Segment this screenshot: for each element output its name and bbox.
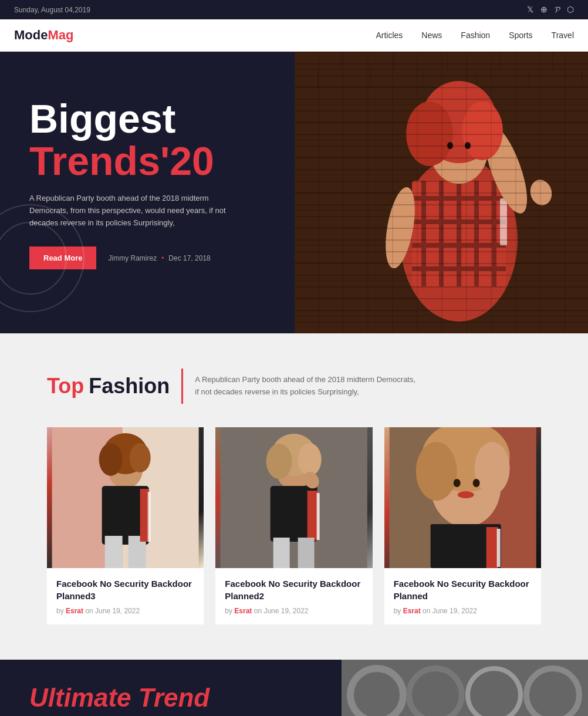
svg-rect-70 (273, 538, 290, 568)
svg-point-44 (462, 102, 503, 160)
card-date-1: June 19, 2022 (95, 607, 140, 615)
svg-rect-56 (105, 536, 123, 568)
hero-section: Biggest Trends'20 A Republican Party boo… (0, 52, 588, 333)
svg-point-27 (400, 157, 518, 322)
nav-fashion[interactable]: Fashion (461, 31, 490, 40)
card-meta-1: by Esrat on June 19, 2022 (56, 607, 194, 615)
card-author-1: Esrat (66, 607, 83, 615)
svg-rect-68 (317, 493, 320, 540)
svg-point-65 (298, 443, 322, 476)
nav-news[interactable]: News (421, 31, 442, 40)
twitter-icon[interactable]: 𝕏 (527, 5, 533, 15)
logo-part1: Mode (14, 28, 48, 42)
card-image-3 (384, 427, 541, 568)
card-meta-2: by Esrat on June 19, 2022 (225, 607, 363, 615)
section-header: Top Fashion A Republican Party booth ahe… (47, 369, 541, 404)
svg-point-41 (430, 113, 488, 184)
nav-articles[interactable]: Articles (376, 31, 403, 40)
card-date-2: June 19, 2022 (263, 607, 308, 615)
card-body-1: Facebook No Security Backdoor Planned3 b… (47, 568, 204, 624)
bottom-title-accent: Ultimate Trend (29, 683, 312, 712)
svg-point-40 (380, 185, 420, 271)
svg-point-64 (266, 444, 292, 479)
svg-rect-38 (500, 198, 507, 245)
top-bar: Sunday, August 04,2019 𝕏 ⊕ 𝓟 ⬡ (0, 0, 588, 19)
bottom-image (342, 660, 588, 716)
hero-author: Jimmy Ramirez • Dec 17, 2018 (108, 254, 210, 262)
svg-point-43 (406, 102, 453, 166)
globe-icon[interactable]: ⊕ (540, 5, 548, 15)
card-author-3: Esrat (403, 607, 421, 615)
svg-rect-58 (140, 489, 149, 542)
svg-point-79 (453, 479, 460, 487)
svg-rect-71 (298, 538, 315, 568)
logo[interactable]: ModeMag (14, 28, 73, 43)
card-by-label-3: by (394, 607, 403, 615)
card-body-3: Facebook No Security Backdoor Planned by… (384, 568, 541, 624)
hero-date: Dec 17, 2018 (168, 254, 210, 262)
hero-woman-image (295, 52, 588, 333)
svg-point-78 (474, 442, 509, 495)
header: ModeMag Articles News Fashion Sports Tra… (0, 19, 588, 52)
card-image-1 (47, 427, 204, 568)
date-label: Sunday, August 04,2019 (14, 6, 90, 14)
card-bg-1 (47, 427, 204, 568)
svg-rect-59 (148, 492, 151, 542)
fashion-cards-grid: Facebook No Security Backdoor Planned3 b… (47, 427, 541, 624)
main-nav: Articles News Fashion Sports Travel (376, 31, 574, 40)
hero-image (295, 52, 588, 333)
svg-point-77 (415, 442, 457, 501)
svg-point-53 (99, 443, 123, 476)
nav-travel[interactable]: Travel (552, 31, 574, 40)
hero-title-line1: Biggest (29, 99, 265, 139)
fashion-card-3: Facebook No Security Backdoor Planned by… (384, 427, 541, 624)
svg-point-81 (457, 491, 474, 498)
card-by-label: by (56, 607, 66, 615)
card-title-2: Facebook No Security Backdoor Planned2 (225, 577, 363, 602)
dot-separator: • (161, 254, 164, 262)
card-on-label: on (85, 607, 95, 615)
card-image-2 (215, 427, 372, 568)
card-on-label-2: on (254, 607, 264, 615)
section-description: A Republican Party booth ahead of the 20… (195, 374, 418, 398)
card-by-label-2: by (225, 607, 234, 615)
svg-rect-28 (412, 181, 506, 286)
fashion-card-1: Facebook No Security Backdoor Planned3 b… (47, 427, 204, 624)
section-title-accent: Top (47, 374, 84, 398)
svg-point-54 (130, 443, 151, 472)
svg-rect-0 (295, 52, 588, 333)
card-bg-3 (384, 427, 541, 568)
fashion-section: Top Fashion A Republican Party booth ahe… (0, 333, 588, 660)
svg-point-48 (528, 177, 555, 208)
nav-sports[interactable]: Sports (509, 31, 532, 40)
svg-point-80 (472, 479, 479, 487)
card-body-2: Facebook No Security Backdoor Planned2 b… (215, 568, 372, 624)
card-on-label-3: on (423, 607, 432, 615)
card-title-3: Facebook No Security Backdoor Planned (394, 577, 532, 602)
svg-point-46 (465, 142, 471, 149)
card-title-1: Facebook No Security Backdoor Planned3 (56, 577, 194, 602)
section-divider (181, 369, 183, 404)
section-title: Top Fashion (47, 374, 170, 398)
card-date-3: June 19, 2022 (432, 607, 477, 615)
svg-rect-84 (496, 529, 500, 567)
bottom-title-main: Guide (29, 712, 312, 716)
svg-point-39 (476, 120, 536, 218)
svg-rect-83 (486, 527, 498, 568)
fashion-card-2: Facebook No Security Backdoor Planned2 b… (215, 427, 372, 624)
logo-part2: Mag (48, 28, 73, 42)
hero-author-name: Jimmy Ramirez (108, 254, 157, 262)
hero-content: Biggest Trends'20 A Republican Party boo… (0, 52, 295, 333)
bottom-section: Ultimate Trend Guide (0, 660, 588, 716)
svg-rect-67 (307, 491, 318, 541)
hero-title-line2: Trends'20 (29, 141, 265, 181)
svg-point-42 (421, 81, 497, 163)
card-author-2: Esrat (234, 607, 252, 615)
pinterest-icon[interactable]: 𝓟 (555, 5, 560, 15)
hero-decoration (0, 204, 94, 322)
card-bg-2 (215, 427, 372, 568)
svg-point-47 (452, 154, 466, 160)
svg-point-45 (447, 142, 453, 149)
skype-icon[interactable]: ⬡ (567, 5, 574, 15)
social-icons: 𝕏 ⊕ 𝓟 ⬡ (527, 5, 574, 15)
